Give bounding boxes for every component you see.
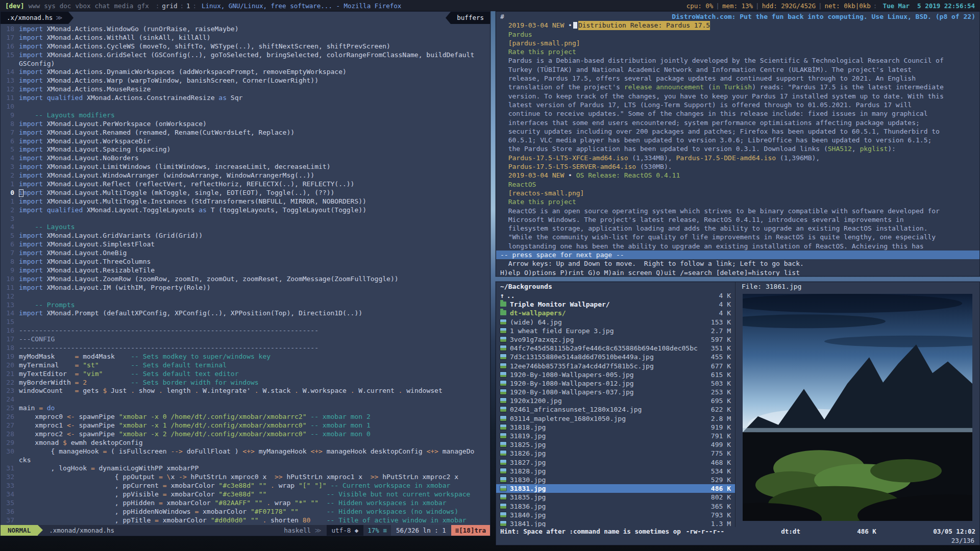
code-line[interactable]: 6import XMonad.Layout.SimplestFloat: [1, 240, 490, 249]
code-line[interactable]: 3import XMonad.Layout.LimitWindows (limi…: [1, 163, 490, 171]
link[interactable]: [reactos-small.png]: [500, 189, 584, 197]
code-line[interactable]: 28 xmproc2 <- spawnPipe "xmobar -x 2 /ho…: [1, 430, 490, 439]
file-row[interactable]: dt-wallpapers/4 K: [496, 309, 735, 317]
workspace-media[interactable]: media: [114, 2, 134, 10]
code-line[interactable]: 12: [1, 292, 490, 301]
code-line[interactable]: 0import XMonad.Layout.MultiToggle (mkTog…: [1, 189, 490, 197]
code-line[interactable]: 18--------------------------------------…: [1, 344, 490, 353]
file-row[interactable]: 31831.jpg486 K: [496, 484, 735, 493]
link[interactable]: in Turkish: [712, 83, 752, 91]
buffers-tab[interactable]: buffers: [451, 12, 490, 24]
file-row[interactable]: 31841.jpg1.3 M: [496, 519, 735, 527]
code-line[interactable]: 11import qualified XMonad.Actions.Constr…: [1, 94, 490, 103]
code-line[interactable]: 19myModMask = mod4Mask -- Sets modkey to…: [1, 353, 490, 361]
file-row[interactable]: 31835.jpg802 K: [496, 493, 735, 502]
link[interactable]: SHA512: [828, 144, 852, 153]
file-row[interactable]: 03114_mapletree_1680x1050.jpg2.8 M: [496, 414, 735, 423]
code-line[interactable]: 14import XMonad.Prompt (defaultXPConfig,…: [1, 309, 490, 318]
code-line[interactable]: 1import XMonad.Layout.Reflect (reflectVe…: [1, 180, 490, 189]
code-line[interactable]: 36 , ppHiddenNoWindows = xmobarColor "#F…: [1, 508, 490, 516]
file-row[interactable]: 31828.jpg534 K: [496, 467, 735, 475]
code-line[interactable]: 24: [1, 395, 490, 404]
file-row[interactable]: 31826.jpg775 K: [496, 449, 735, 458]
workspace-chat[interactable]: chat: [94, 2, 110, 10]
link[interactable]: Rate this project: [500, 197, 576, 206]
code-line[interactable]: 8import XMonad.Layout.ThreeColumns: [1, 258, 490, 266]
code-line[interactable]: 34 , ppVisible = xmobarColor "#c3e88d" "…: [1, 490, 490, 499]
code-line[interactable]: 1import XMonad.Layout.MultiToggle.Instan…: [1, 197, 490, 206]
code-line[interactable]: 32 { ppOutput = \x -> hPutStrLn xmproc0 …: [1, 473, 490, 482]
file-row[interactable]: 1 wheat field Europe 3.jpg2.7 M: [496, 327, 735, 335]
layout-indicator[interactable]: grid: [162, 2, 177, 10]
editor-buffer[interactable]: 18import XMonad.Actions.WindowGo (runOrR…: [1, 24, 490, 525]
file-row[interactable]: 3vo91g7azxqz.jpg597 K: [496, 335, 735, 344]
code-line[interactable]: 30 { manageHook = ( isFullscreen --> doF…: [1, 447, 490, 456]
link[interactable]: OS Release: ReactOS 0.4.11: [576, 171, 680, 180]
file-row[interactable]: 1920x1200.jpg695 K: [496, 396, 735, 405]
code-line[interactable]: 4import XMonad.Layout.NoBorders: [1, 154, 490, 163]
code-line[interactable]: 10: [1, 103, 490, 111]
workspace-gfx[interactable]: gfx: [137, 2, 149, 10]
link[interactable]: ReactOS: [500, 180, 536, 189]
link[interactable]: [pardus-small.png]: [500, 39, 580, 47]
link[interactable]: Pardus: [500, 30, 532, 39]
code-line[interactable]: 3: [1, 215, 490, 223]
file-row[interactable]: 1920-By-1080-Wallpapers-037.jpg253 K: [496, 388, 735, 396]
file-row[interactable]: 1920-By-1080-Wallpapers-012.jpg503 K: [496, 379, 735, 388]
code-line[interactable]: 20myTerminal = "st" -- Sets default term…: [1, 361, 490, 370]
link[interactable]: Pardus-17.5-LTS-SERVER-amd64.iso: [500, 162, 636, 171]
file-row[interactable]: 31825.jpg499 K: [496, 440, 735, 449]
code-line[interactable]: 22myBorderWidth = 2 -- Sets border width…: [1, 379, 490, 387]
file-row[interactable]: 31819.jpg791 K: [496, 432, 735, 440]
code-line[interactable]: 21myTextEditor = "vim" -- Sets default t…: [1, 370, 490, 379]
code-line[interactable]: 12import XMonad.Actions.MouseResize: [1, 85, 490, 94]
code-line[interactable]: 9 -- Layouts modifiers: [1, 111, 490, 120]
code-line[interactable]: 2import qualified XMonad.Layout.ToggleLa…: [1, 206, 490, 215]
terminal-browser-window[interactable]: #DistroWatch.com: Put the fun back into …: [496, 11, 980, 277]
workspace-doc[interactable]: doc: [60, 2, 71, 10]
file-row[interactable]: 31818.jpg919 K: [496, 423, 735, 432]
file-row[interactable]: 12ee746bb85735f1a7a4cd4d7f581b5c.jpg677 …: [496, 362, 735, 370]
code-line[interactable]: 16--------------------------------------…: [1, 327, 490, 335]
file-row[interactable]: 04fc7e45d58115b2a9fe446c8c635886b694e108…: [496, 344, 735, 353]
file-row[interactable]: 31827.jpg468 K: [496, 458, 735, 467]
code-line[interactable]: 11import XMonad.Layout.IM (withIM, Prope…: [1, 284, 490, 292]
code-line[interactable]: 25main = do: [1, 404, 490, 413]
code-line[interactable]: 15import XMonad.Actions.GridSelect (GSCo…: [1, 51, 490, 60]
workspace-vbox[interactable]: vbox: [75, 2, 90, 10]
code-line[interactable]: 8import XMonad.Layout.PerWorkspace (onWo…: [1, 120, 490, 129]
link[interactable]: pkglist: [860, 144, 888, 153]
code-line[interactable]: 17import XMonad.Actions.WithAll (sinkAll…: [1, 34, 490, 42]
file-row[interactable]: 1920-By-1080-Wallpapers-005.jpg615 K: [496, 370, 735, 379]
code-line[interactable]: 26 xmproc0 <- spawnPipe "xmobar -x 0 /ho…: [1, 413, 490, 421]
code-line[interactable]: GSConfig): [1, 60, 490, 68]
code-line[interactable]: 9import XMonad.Layout.ResizableTile: [1, 266, 490, 275]
workspace-dev[interactable]: [dev]: [5, 2, 24, 10]
workspace-www[interactable]: www: [29, 2, 40, 10]
code-line[interactable]: 16import XMonad.Actions.CycleWS (moveTo,…: [1, 42, 490, 51]
code-line[interactable]: 37 , ppTitle = xmobarColor "#d0d0d0" "" …: [1, 516, 490, 525]
code-line[interactable]: 7import XMonad.Layout.OneBig: [1, 249, 490, 258]
code-line[interactable]: 7import XMonad.Layout.Renamed (renamed, …: [1, 129, 490, 137]
code-line[interactable]: 29 xmonad $ ewmh desktopConfig: [1, 439, 490, 447]
link[interactable]: Distribution Release: Pardus 17.5: [578, 21, 710, 30]
link[interactable]: Rate this project: [500, 47, 576, 56]
code-line[interactable]: 15: [1, 318, 490, 327]
code-line[interactable]: 13 -- Prompts: [1, 301, 490, 310]
link[interactable]: release announcement: [624, 83, 704, 91]
workspace-sys[interactable]: sys: [44, 2, 56, 10]
link[interactable]: Pardus-17.5-DDE-amd64.iso: [676, 154, 776, 162]
code-line[interactable]: 17---CONFIG: [1, 335, 490, 344]
code-line[interactable]: 27 xmproc1 <- spawnPipe "xmobar -x 1 /ho…: [1, 421, 490, 430]
file-row[interactable]: 7d3c13155880e514a8d6d70510be449a.jpg455 …: [496, 353, 735, 361]
code-line[interactable]: 18import XMonad.Actions.WindowGo (runOrR…: [1, 25, 490, 34]
link[interactable]: Pardus-17.5-LTS-XFCE-amd64.iso: [500, 154, 628, 162]
code-line[interactable]: 5import XMonad.Layout.Spacing (spacing): [1, 145, 490, 154]
code-line[interactable]: 33 , ppCurrent = xmobarColor "#c3e88d" "…: [1, 482, 490, 490]
buffer-tab[interactable]: .x/xmonad.hs≫: [1, 12, 68, 24]
code-line[interactable]: 14import XMonad.Actions.DynamicWorkspace…: [1, 68, 490, 77]
code-line[interactable]: 31 , logHook = dynamicLogWithPP xmobarPP: [1, 464, 490, 473]
file-row[interactable]: (wide) 64.jpg153 K: [496, 318, 735, 327]
code-line[interactable]: 2import XMonad.Layout.WindowArranger (wi…: [1, 171, 490, 180]
file-row[interactable]: 31840.jpg793 K: [496, 511, 735, 519]
